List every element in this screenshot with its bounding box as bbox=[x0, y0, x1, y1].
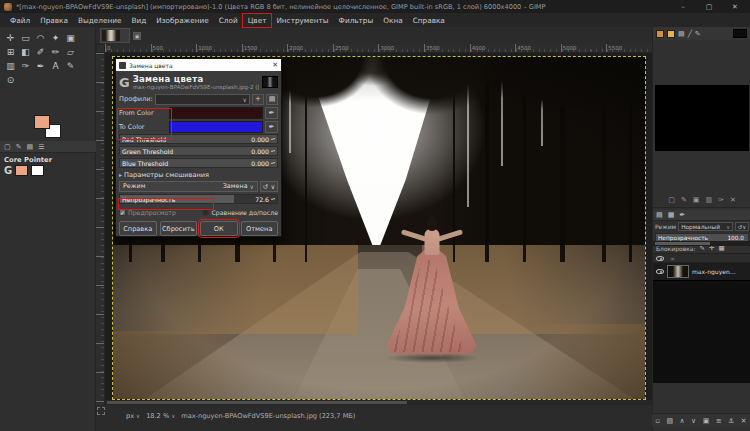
brushes-tab-icon[interactable] bbox=[656, 30, 664, 38]
layer-visibility-eye-icon[interactable] bbox=[656, 269, 664, 274]
reset-button[interactable]: Сбросить bbox=[160, 221, 198, 236]
dock-tab-icon[interactable]: ▢ bbox=[4, 142, 11, 151]
menu-file[interactable]: Файл bbox=[5, 14, 35, 27]
zoom-tool-icon[interactable]: ⊙ bbox=[3, 73, 18, 87]
dock-tab-icon[interactable]: ✎ bbox=[16, 142, 22, 151]
mode-reset-button[interactable]: ↺ ∨ bbox=[260, 181, 278, 192]
layers-scrollbar[interactable] bbox=[653, 241, 750, 246]
dialog-close-icon[interactable]: ✕ bbox=[272, 61, 278, 69]
image-tab-badge-icon[interactable]: ▣ bbox=[133, 32, 141, 40]
menu-edit[interactable]: Правка bbox=[35, 14, 73, 27]
add-profile-button[interactable]: + bbox=[252, 94, 264, 105]
ok-button[interactable]: ОК bbox=[200, 221, 238, 236]
paintbrush-tool-icon[interactable]: ✐ bbox=[33, 45, 48, 59]
raise-layer-button[interactable]: ∧ bbox=[680, 417, 685, 425]
maximize-button[interactable]: ▢ bbox=[698, 3, 720, 11]
from-color-swatch[interactable] bbox=[169, 107, 263, 119]
menu-help[interactable]: Справка bbox=[408, 14, 450, 27]
quick-mask-toggle-icon[interactable] bbox=[97, 407, 105, 415]
image-tab[interactable] bbox=[100, 28, 130, 43]
unit-dropdown[interactable]: px∨ bbox=[126, 412, 140, 420]
pointer-fg-swatch[interactable] bbox=[15, 165, 28, 176]
document-history-tab-icon[interactable]: ✎ bbox=[695, 30, 701, 38]
fonts-tab-icon[interactable]: ▤ bbox=[678, 30, 685, 38]
green-threshold-slider[interactable]: Green Threshold 0.000 ▴▾ bbox=[119, 146, 278, 156]
crop-tool-icon[interactable]: ▣ bbox=[63, 31, 78, 45]
spinner-icon[interactable]: ▴▾ bbox=[270, 147, 276, 155]
visibility-eye-icon[interactable] bbox=[656, 256, 664, 261]
menu-select[interactable]: Выделение bbox=[73, 14, 126, 27]
paths-tool-icon[interactable]: ✎ bbox=[63, 59, 78, 73]
spinner-icon[interactable]: ▴▾ bbox=[270, 195, 276, 203]
layer-name: max-nguyen… bbox=[692, 268, 736, 275]
layer-mode-dropdown[interactable]: Нормальный ∨ bbox=[678, 222, 733, 231]
anchor-layer-button[interactable]: ⚓ bbox=[728, 417, 734, 425]
menu-filters[interactable]: Фильтры bbox=[334, 14, 379, 27]
dock-tab-icon[interactable]: ▤ bbox=[27, 142, 34, 151]
lower-layer-button[interactable]: ∨ bbox=[691, 417, 696, 425]
menu-view[interactable]: Вид bbox=[126, 14, 151, 27]
to-color-picker-icon[interactable]: ✒ bbox=[265, 121, 278, 133]
move-tool-icon[interactable]: ✛ bbox=[3, 31, 18, 45]
dock-button[interactable]: ▢ bbox=[668, 196, 675, 207]
profiles-dropdown[interactable]: ∨ bbox=[155, 94, 250, 105]
split-view-checkbox[interactable] bbox=[202, 209, 209, 216]
close-button[interactable]: ✕ bbox=[724, 3, 746, 11]
patterns-tab-icon[interactable] bbox=[667, 30, 675, 38]
zoom-dropdown[interactable]: 18.2 %∨ bbox=[146, 412, 175, 420]
dock-tab-icon[interactable]: ☰ bbox=[38, 142, 44, 151]
ink-tool-icon[interactable]: ✒ bbox=[33, 59, 48, 73]
dock-button[interactable]: ✕ bbox=[730, 196, 736, 207]
bucket-fill-tool-icon[interactable]: ◧ bbox=[18, 45, 33, 59]
blending-options-section[interactable]: ▸ Параметры смешивания bbox=[119, 170, 278, 179]
mode-dropdown[interactable]: Режим Замена ∨ bbox=[119, 181, 258, 192]
layer-mode-reset-button[interactable]: ↺∨ bbox=[735, 222, 749, 231]
new-layer-button[interactable]: ▫ bbox=[655, 417, 660, 425]
link-chain-icon[interactable]: ∞ bbox=[670, 255, 675, 262]
dock-button[interactable]: ✑ bbox=[718, 196, 724, 207]
menu-tools[interactable]: Инструменты bbox=[271, 14, 333, 27]
foreground-color-swatch[interactable] bbox=[34, 115, 50, 129]
menu-colors[interactable]: Цвет bbox=[243, 14, 272, 27]
preview-checkbox[interactable]: ✓ bbox=[119, 209, 126, 216]
profiles-menu-button[interactable]: ▤ bbox=[266, 94, 278, 105]
from-color-picker-icon[interactable]: ✒ bbox=[265, 107, 278, 119]
layers-tab-icon[interactable]: ▤ bbox=[656, 211, 663, 219]
dock-button[interactable]: ▣ bbox=[693, 196, 700, 207]
clone-tool-icon[interactable]: ▥ bbox=[3, 59, 18, 73]
to-color-swatch[interactable] bbox=[169, 121, 263, 133]
chevron-down-icon: ∨ bbox=[136, 413, 140, 419]
rectangle-select-tool-icon[interactable]: ▭ bbox=[18, 31, 33, 45]
dock-button[interactable]: ▥ bbox=[705, 196, 712, 207]
channels-tab-icon[interactable]: ▦ bbox=[668, 211, 675, 219]
blue-threshold-slider[interactable]: Blue Threshold 0.000 ▴▾ bbox=[119, 158, 278, 168]
cancel-button[interactable]: Отмена bbox=[241, 221, 279, 236]
fuzzy-select-tool-icon[interactable]: ✦ bbox=[48, 31, 63, 45]
delete-layer-button[interactable]: ✕ bbox=[741, 417, 747, 425]
transform-tool-icon[interactable]: ⊞ bbox=[3, 45, 18, 59]
menu-windows[interactable]: Окна bbox=[378, 14, 407, 27]
text-tool-icon[interactable]: A bbox=[48, 59, 63, 73]
duplicate-layer-button[interactable]: ▣ bbox=[703, 417, 710, 425]
layer-row[interactable]: max-nguyen… bbox=[653, 263, 750, 281]
merge-layer-button[interactable]: ≡ bbox=[716, 417, 722, 425]
smudge-tool-icon[interactable]: ✑ bbox=[18, 59, 33, 73]
pointer-bg-swatch[interactable] bbox=[31, 165, 44, 176]
menu-image[interactable]: Изображение bbox=[151, 14, 213, 27]
spinner-icon[interactable]: ▴▾ bbox=[270, 135, 276, 143]
paths-tab-icon[interactable]: ✒ bbox=[679, 211, 685, 219]
spinner-icon[interactable]: ▴▾ bbox=[270, 159, 276, 167]
pencil-tool-icon[interactable]: ✏ bbox=[48, 45, 63, 59]
red-threshold-slider[interactable]: Red Threshold 0.000 ▴▾ bbox=[119, 134, 278, 144]
gradients-tab-icon[interactable]: ╱ bbox=[688, 30, 692, 38]
eraser-tool-icon[interactable]: ▱ bbox=[63, 45, 78, 59]
new-group-button[interactable]: ▧ bbox=[666, 417, 673, 425]
dialog-title-bar[interactable]: Замена цвета ✕ bbox=[116, 59, 281, 71]
free-select-tool-icon[interactable]: ◠ bbox=[33, 31, 48, 45]
fg-bg-colors[interactable] bbox=[34, 115, 68, 141]
dock-button[interactable]: ✎ bbox=[681, 196, 687, 207]
menu-layer[interactable]: Слой bbox=[214, 14, 243, 27]
help-button[interactable]: Справка bbox=[119, 221, 157, 236]
opacity-slider[interactable]: Непрозрачность 72.6 ▴▾ bbox=[119, 194, 278, 204]
minimize-button[interactable]: – bbox=[672, 3, 694, 11]
